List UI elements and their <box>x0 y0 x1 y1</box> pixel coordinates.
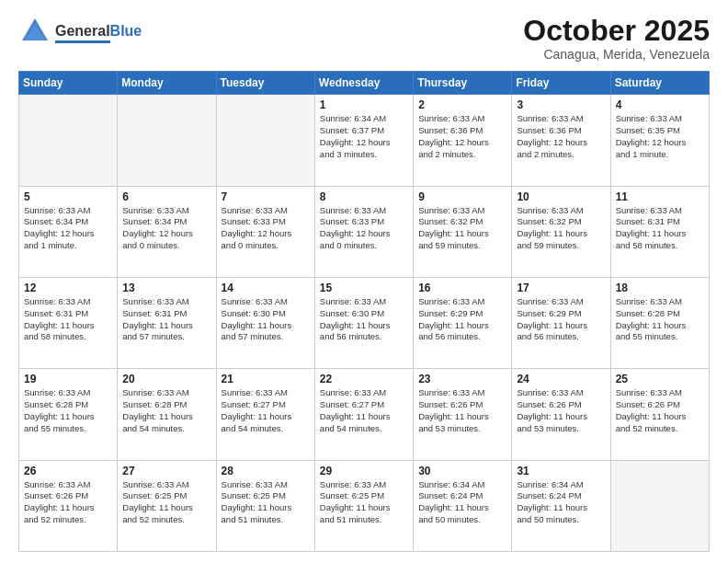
day-number: 10 <box>517 190 605 203</box>
day-number: 16 <box>418 282 506 294</box>
day-number: 9 <box>418 190 506 203</box>
calendar-cell: 3Sunrise: 6:33 AM Sunset: 6:36 PM Daylig… <box>512 95 610 186</box>
calendar-cell: 1Sunrise: 6:34 AM Sunset: 6:37 PM Daylig… <box>314 95 413 186</box>
day-number: 27 <box>122 465 210 477</box>
calendar-cell: 4Sunrise: 6:33 AM Sunset: 6:35 PM Daylig… <box>610 95 709 186</box>
calendar-cell: 8Sunrise: 6:33 AM Sunset: 6:33 PM Daylig… <box>314 186 413 277</box>
day-info: Sunrise: 6:33 AM Sunset: 6:28 PM Dayligh… <box>616 296 704 343</box>
day-number: 19 <box>24 373 112 385</box>
day-info: Sunrise: 6:33 AM Sunset: 6:28 PM Dayligh… <box>24 387 112 434</box>
day-info: Sunrise: 6:34 AM Sunset: 6:24 PM Dayligh… <box>517 479 605 526</box>
day-info: Sunrise: 6:33 AM Sunset: 6:31 PM Dayligh… <box>616 205 704 252</box>
day-number: 5 <box>24 190 112 203</box>
logo-general: General <box>55 23 110 39</box>
day-info: Sunrise: 6:34 AM Sunset: 6:37 PM Dayligh… <box>320 113 408 160</box>
day-info: Sunrise: 6:33 AM Sunset: 6:30 PM Dayligh… <box>222 296 310 343</box>
calendar-cell: 31Sunrise: 6:34 AM Sunset: 6:24 PM Dayli… <box>512 460 610 551</box>
day-info: Sunrise: 6:33 AM Sunset: 6:30 PM Dayligh… <box>320 296 408 343</box>
day-info: Sunrise: 6:33 AM Sunset: 6:25 PM Dayligh… <box>222 479 310 526</box>
day-info: Sunrise: 6:33 AM Sunset: 6:28 PM Dayligh… <box>122 387 210 434</box>
calendar-cell: 23Sunrise: 6:33 AM Sunset: 6:26 PM Dayli… <box>414 369 512 460</box>
calendar-cell <box>216 95 314 186</box>
calendar-cell: 14Sunrise: 6:33 AM Sunset: 6:30 PM Dayli… <box>216 277 314 368</box>
day-info: Sunrise: 6:33 AM Sunset: 6:32 PM Dayligh… <box>418 205 506 252</box>
day-number: 12 <box>24 282 112 294</box>
calendar-cell: 22Sunrise: 6:33 AM Sunset: 6:27 PM Dayli… <box>314 369 413 460</box>
logo-blue: Blue <box>110 23 142 39</box>
day-number: 6 <box>122 190 210 203</box>
day-info: Sunrise: 6:33 AM Sunset: 6:35 PM Dayligh… <box>616 113 704 160</box>
calendar-cell: 25Sunrise: 6:33 AM Sunset: 6:26 PM Dayli… <box>610 369 709 460</box>
day-number: 30 <box>418 465 506 477</box>
day-number: 15 <box>320 282 408 294</box>
calendar-cell: 2Sunrise: 6:33 AM Sunset: 6:36 PM Daylig… <box>414 95 512 186</box>
calendar-cell <box>118 95 216 186</box>
weekday-header-row: SundayMondayTuesdayWednesdayThursdayFrid… <box>19 72 710 95</box>
day-number: 1 <box>320 98 408 111</box>
day-info: Sunrise: 6:33 AM Sunset: 6:32 PM Dayligh… <box>517 205 605 252</box>
day-number: 7 <box>222 190 310 203</box>
day-number: 13 <box>122 282 210 294</box>
week-row-4: 19Sunrise: 6:33 AM Sunset: 6:28 PM Dayli… <box>19 369 710 460</box>
day-number: 26 <box>24 465 112 477</box>
weekday-header-friday: Friday <box>512 72 610 95</box>
day-number: 29 <box>320 465 408 477</box>
week-row-3: 12Sunrise: 6:33 AM Sunset: 6:31 PM Dayli… <box>19 277 710 368</box>
calendar-cell: 13Sunrise: 6:33 AM Sunset: 6:31 PM Dayli… <box>118 277 216 368</box>
month-title: October 2025 <box>523 15 710 47</box>
day-info: Sunrise: 6:33 AM Sunset: 6:26 PM Dayligh… <box>517 387 605 434</box>
calendar-cell: 28Sunrise: 6:33 AM Sunset: 6:25 PM Dayli… <box>216 460 314 551</box>
day-number: 28 <box>222 465 310 477</box>
day-number: 11 <box>616 190 704 203</box>
calendar-table: SundayMondayTuesdayWednesdayThursdayFrid… <box>18 71 710 552</box>
day-number: 14 <box>222 282 310 294</box>
day-number: 31 <box>517 465 605 477</box>
day-info: Sunrise: 6:33 AM Sunset: 6:36 PM Dayligh… <box>517 113 605 160</box>
logo-underline <box>55 40 110 43</box>
day-info: Sunrise: 6:33 AM Sunset: 6:34 PM Dayligh… <box>122 205 210 252</box>
calendar-cell: 16Sunrise: 6:33 AM Sunset: 6:29 PM Dayli… <box>414 277 512 368</box>
day-info: Sunrise: 6:33 AM Sunset: 6:29 PM Dayligh… <box>418 296 506 343</box>
calendar-cell: 15Sunrise: 6:33 AM Sunset: 6:30 PM Dayli… <box>314 277 413 368</box>
week-row-5: 26Sunrise: 6:33 AM Sunset: 6:26 PM Dayli… <box>19 460 710 551</box>
week-row-2: 5Sunrise: 6:33 AM Sunset: 6:34 PM Daylig… <box>19 186 710 277</box>
day-number: 18 <box>616 282 704 294</box>
day-info: Sunrise: 6:33 AM Sunset: 6:25 PM Dayligh… <box>320 479 408 526</box>
weekday-header-tuesday: Tuesday <box>216 72 314 95</box>
day-info: Sunrise: 6:33 AM Sunset: 6:31 PM Dayligh… <box>122 296 210 343</box>
weekday-header-sunday: Sunday <box>19 72 118 95</box>
calendar-cell <box>610 460 709 551</box>
day-number: 23 <box>418 373 506 385</box>
logo: GeneralBlue <box>18 15 142 52</box>
calendar-cell: 19Sunrise: 6:33 AM Sunset: 6:28 PM Dayli… <box>19 369 118 460</box>
day-info: Sunrise: 6:34 AM Sunset: 6:24 PM Dayligh… <box>418 479 506 526</box>
calendar-cell: 12Sunrise: 6:33 AM Sunset: 6:31 PM Dayli… <box>19 277 118 368</box>
calendar-cell: 18Sunrise: 6:33 AM Sunset: 6:28 PM Dayli… <box>610 277 709 368</box>
day-info: Sunrise: 6:33 AM Sunset: 6:27 PM Dayligh… <box>320 387 408 434</box>
calendar-cell: 11Sunrise: 6:33 AM Sunset: 6:31 PM Dayli… <box>610 186 709 277</box>
calendar-cell: 29Sunrise: 6:33 AM Sunset: 6:25 PM Dayli… <box>314 460 413 551</box>
day-info: Sunrise: 6:33 AM Sunset: 6:34 PM Dayligh… <box>24 205 112 252</box>
day-info: Sunrise: 6:33 AM Sunset: 6:27 PM Dayligh… <box>222 387 310 434</box>
week-row-1: 1Sunrise: 6:34 AM Sunset: 6:37 PM Daylig… <box>19 95 710 186</box>
weekday-header-monday: Monday <box>118 72 216 95</box>
calendar-cell: 10Sunrise: 6:33 AM Sunset: 6:32 PM Dayli… <box>512 186 610 277</box>
day-number: 20 <box>122 373 210 385</box>
logo-text-block: GeneralBlue <box>55 23 142 43</box>
weekday-header-thursday: Thursday <box>414 72 512 95</box>
day-number: 4 <box>616 98 704 111</box>
title-block: October 2025 Canagua, Merida, Venezuela <box>523 15 710 62</box>
day-info: Sunrise: 6:33 AM Sunset: 6:36 PM Dayligh… <box>418 113 506 160</box>
logo-icon <box>18 15 51 52</box>
calendar-cell: 27Sunrise: 6:33 AM Sunset: 6:25 PM Dayli… <box>118 460 216 551</box>
day-number: 24 <box>517 373 605 385</box>
calendar-cell: 9Sunrise: 6:33 AM Sunset: 6:32 PM Daylig… <box>414 186 512 277</box>
day-info: Sunrise: 6:33 AM Sunset: 6:26 PM Dayligh… <box>616 387 704 434</box>
calendar-cell: 17Sunrise: 6:33 AM Sunset: 6:29 PM Dayli… <box>512 277 610 368</box>
day-info: Sunrise: 6:33 AM Sunset: 6:29 PM Dayligh… <box>517 296 605 343</box>
day-number: 2 <box>418 98 506 111</box>
day-info: Sunrise: 6:33 AM Sunset: 6:26 PM Dayligh… <box>418 387 506 434</box>
subtitle: Canagua, Merida, Venezuela <box>523 47 710 62</box>
day-number: 25 <box>616 373 704 385</box>
day-info: Sunrise: 6:33 AM Sunset: 6:31 PM Dayligh… <box>24 296 112 343</box>
